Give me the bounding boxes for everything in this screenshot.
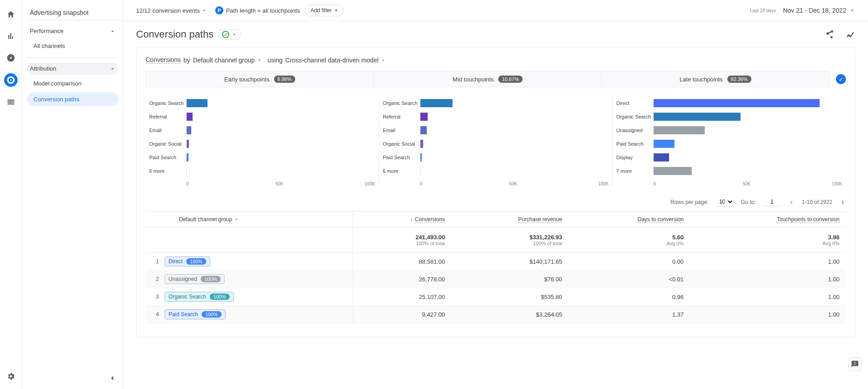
bar-track bbox=[186, 140, 375, 148]
conversion-paths-card: Conversions by Default channel group usi… bbox=[136, 47, 855, 337]
bar-label: 6 more bbox=[383, 168, 420, 174]
totals-days: 5.60 bbox=[672, 234, 684, 241]
table-row[interactable]: 1 Direct 100%88,581.00$140,171.650.001.0… bbox=[146, 253, 846, 270]
nav-head-label: Attribution bbox=[30, 65, 57, 72]
bar-label: Paid Search bbox=[383, 155, 420, 160]
col-channel-group[interactable]: Default channel group bbox=[146, 212, 353, 228]
bar[interactable] bbox=[187, 126, 191, 134]
bar-label: Paid Search bbox=[149, 155, 186, 160]
bar[interactable] bbox=[654, 126, 705, 134]
col-revenue[interactable]: Purchase revenue bbox=[451, 212, 568, 228]
bar[interactable] bbox=[187, 99, 208, 107]
nav-section-attribution[interactable]: Attribution bbox=[27, 62, 118, 75]
bar[interactable] bbox=[654, 153, 669, 161]
chip-pct: 100% bbox=[202, 311, 222, 318]
table-row[interactable]: 2 Unassigned 100%26,778.00$76.00<0.011.0… bbox=[146, 270, 846, 288]
prev-page-button[interactable]: ‹ bbox=[788, 197, 795, 207]
bar[interactable] bbox=[420, 99, 453, 107]
bar[interactable] bbox=[187, 153, 189, 161]
bar-track bbox=[653, 99, 842, 107]
path-length-filter[interactable]: P Path length = all touchpoints bbox=[215, 6, 300, 14]
nav-title[interactable]: Advertising snapshot bbox=[27, 5, 118, 20]
feedback-button[interactable] bbox=[848, 357, 862, 371]
bar[interactable] bbox=[654, 113, 741, 121]
apply-check-icon[interactable]: ✓ bbox=[836, 74, 846, 84]
bar-row: Organic Search bbox=[616, 110, 842, 123]
goto-input[interactable] bbox=[763, 198, 781, 206]
check-icon bbox=[222, 31, 229, 38]
bar[interactable] bbox=[654, 99, 820, 107]
collapse-sidenav-button[interactable] bbox=[107, 373, 118, 384]
col-label: Touchpoints to conversion bbox=[777, 216, 840, 223]
bar[interactable] bbox=[187, 113, 193, 121]
cell-rev: $3,264.05 bbox=[451, 306, 568, 323]
nav-item-model-comparison[interactable]: Model comparison bbox=[27, 76, 118, 90]
next-page-button[interactable]: › bbox=[840, 197, 846, 207]
chevron-down-icon bbox=[202, 8, 207, 13]
channel-group-dropdown[interactable]: Default channel group bbox=[193, 57, 262, 64]
cell-conv: 25,107.00 bbox=[353, 288, 451, 306]
cell-conv: 88,581.00 bbox=[353, 253, 451, 270]
configure-icon[interactable] bbox=[5, 96, 17, 109]
totals-tp-sub: Avg 0% bbox=[696, 241, 840, 246]
bar[interactable] bbox=[187, 140, 189, 148]
col-touchpoints[interactable]: Touchpoints to conversion bbox=[690, 212, 846, 228]
date-preset-label: Last 28 days bbox=[750, 8, 776, 13]
share-icon[interactable] bbox=[825, 29, 835, 39]
bar[interactable] bbox=[654, 167, 691, 175]
bar-label: Referral bbox=[149, 114, 186, 119]
status-pill[interactable] bbox=[218, 29, 241, 40]
top-filter-bar: 12/12 conversion events P Path length = … bbox=[123, 0, 868, 21]
cell-tp: 1.00 bbox=[690, 253, 846, 270]
sort-desc-icon: ↓ bbox=[410, 216, 413, 223]
model-label: Cross-channel data-driven model bbox=[285, 57, 378, 64]
advertising-icon[interactable] bbox=[4, 73, 18, 87]
conversion-events-dropdown[interactable]: 12/12 conversion events bbox=[136, 7, 207, 14]
settings-icon[interactable] bbox=[5, 370, 17, 383]
attribution-model-dropdown[interactable]: Cross-channel data-driven model bbox=[285, 57, 386, 64]
bar[interactable] bbox=[420, 113, 428, 121]
nav-section-performance[interactable]: Performance bbox=[27, 25, 118, 37]
tab-late-touchpoints[interactable]: Late touchpoints 82.36% bbox=[601, 71, 830, 87]
cell-days: 1.37 bbox=[568, 306, 690, 323]
row-number: 4 bbox=[152, 311, 163, 318]
totals-days-sub: Avg 0% bbox=[575, 241, 684, 246]
nav-item-conversion-paths[interactable]: Conversion paths bbox=[27, 92, 118, 106]
bar-label: Unassigned bbox=[616, 128, 653, 133]
cell-conv: 9,427.00 bbox=[353, 306, 451, 323]
touchpoint-tabs: Early touchpoints 6.98% Mid touchpoints … bbox=[146, 71, 846, 87]
totals-conv-sub: 100% of total bbox=[359, 241, 445, 246]
axis-tick: 0 bbox=[420, 181, 509, 186]
tab-mid-touchpoints[interactable]: Mid touchpoints 10.67% bbox=[373, 71, 602, 87]
date-range-picker[interactable]: Nov 21 - Dec 18, 2022 bbox=[783, 7, 855, 14]
tab-early-touchpoints[interactable]: Early touchpoints 6.98% bbox=[146, 71, 374, 87]
bar-row: Display bbox=[616, 151, 842, 164]
col-conversions[interactable]: ↓Conversions bbox=[353, 212, 451, 228]
bar[interactable] bbox=[420, 126, 427, 134]
nav-item-all-channels[interactable]: All channels bbox=[27, 39, 118, 53]
add-filter-button[interactable]: Add filter + bbox=[305, 5, 344, 16]
chevron-down-icon bbox=[849, 7, 855, 14]
bar[interactable] bbox=[420, 153, 422, 161]
col-label: Conversions bbox=[415, 216, 445, 223]
rows-per-page-select[interactable]: 10 bbox=[716, 197, 734, 207]
conversion-events-label: 12/12 conversion events bbox=[136, 7, 200, 14]
col-days[interactable]: Days to conversion bbox=[568, 212, 690, 228]
reports-icon[interactable] bbox=[5, 30, 17, 43]
conversions-label[interactable]: Conversions bbox=[146, 56, 181, 64]
chart-column: Organic SearchReferralEmailOrganic Socia… bbox=[379, 96, 613, 186]
channel-chip: Paid Search 100% bbox=[165, 309, 226, 319]
insights-icon[interactable] bbox=[845, 29, 855, 39]
explore-icon[interactable] bbox=[5, 52, 17, 64]
table-row[interactable]: 3 Organic Search 100%25,107.00$535.800.9… bbox=[146, 288, 846, 306]
bar-label: Organic Social bbox=[383, 141, 420, 147]
channel-chip: Organic Search 100% bbox=[165, 292, 234, 302]
axis-tick: 100K bbox=[598, 181, 609, 186]
bar[interactable] bbox=[654, 140, 675, 148]
chevron-left-icon bbox=[108, 374, 117, 383]
table-row[interactable]: 4 Paid Search 100%9,427.00$3,264.051.371… bbox=[146, 306, 846, 323]
bar[interactable] bbox=[420, 140, 424, 148]
home-icon[interactable] bbox=[5, 8, 17, 21]
x-axis: 050K100K bbox=[616, 181, 842, 186]
bar-track bbox=[186, 167, 375, 175]
